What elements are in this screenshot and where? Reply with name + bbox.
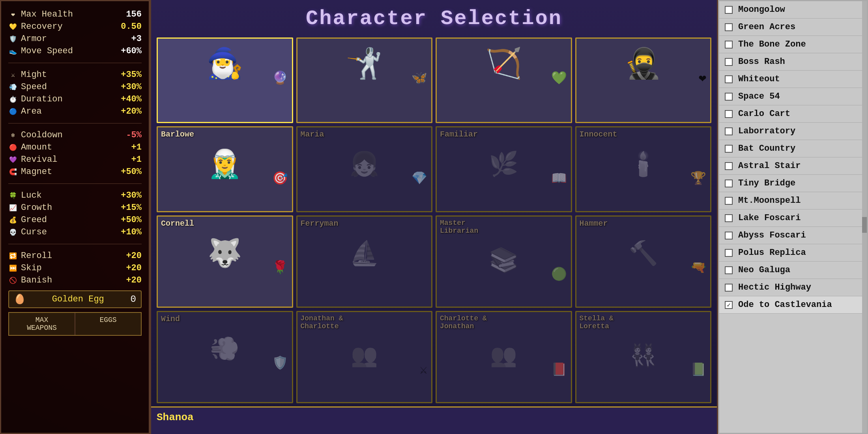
- stat-row-speed: 💨 Speed +30%: [8, 81, 142, 93]
- char-sprite-hammer: 🔨: [629, 239, 658, 268]
- stat-label-magnet: Magnet: [21, 167, 52, 177]
- char-sprite-master-librarian: 📚: [489, 246, 518, 275]
- curse-icon: 💀: [8, 228, 18, 237]
- char-name-hammer: Hammer: [576, 217, 611, 228]
- luck-icon: 🍀: [8, 191, 18, 200]
- stage-item-whiteout[interactable]: Whiteout: [719, 71, 862, 88]
- stage-checkbox-green-acres: [725, 23, 733, 31]
- char-sprite-innocent: 🕯️: [629, 150, 658, 179]
- stage-item-lake-foscari[interactable]: Lake Foscari: [719, 210, 862, 227]
- char-sprite-wind: 💨: [210, 335, 239, 364]
- stage-checkbox-bat-country: [725, 145, 733, 153]
- magnet-icon: 🧲: [8, 167, 18, 177]
- might-icon: ⚔️: [8, 70, 18, 80]
- stage-label-space-54: Space 54: [738, 92, 780, 101]
- stat-value-speed: +30%: [121, 82, 142, 92]
- stage-checkbox-polus-replica: [725, 249, 733, 257]
- eggs-button[interactable]: EGGS: [75, 313, 141, 335]
- char-card-master-librarian[interactable]: MasterLibrarian 📚 🟢: [436, 215, 572, 308]
- move-speed-icon: 👟: [8, 47, 18, 56]
- char-card-barlowe[interactable]: Barlowe 🧝‍♂️ 🎯: [157, 126, 293, 212]
- char-card-innocent[interactable]: Innocent 🕯️ 🏆: [575, 126, 712, 212]
- stage-checkbox-mt-moonspell: [725, 197, 733, 205]
- stage-item-boss-rash[interactable]: Boss Rash: [719, 53, 862, 71]
- stage-checkbox-tiny-bridge: [725, 180, 733, 187]
- char-card-2[interactable]: 🤺 🦋: [296, 37, 433, 123]
- char-card-1[interactable]: 🧙‍♂️ 🔮: [157, 37, 293, 123]
- stage-item-polus-replica[interactable]: Polus Replica: [719, 244, 862, 262]
- char-card-hammer[interactable]: Hammer 🔨 🔫: [575, 215, 712, 308]
- char-card-familiar[interactable]: Familiar 🌿 📖: [436, 126, 572, 212]
- greed-icon: 💰: [8, 215, 18, 225]
- char-card-3[interactable]: 🏹 💚: [436, 37, 572, 123]
- stage-checkbox-neo-galuga: [725, 266, 733, 274]
- stage-scrollbar-thumb[interactable]: [862, 217, 867, 233]
- char-card-maria[interactable]: Maria 👧 💎: [296, 126, 433, 212]
- stage-item-mt-moonspell[interactable]: Mt.Moonspell: [719, 192, 862, 210]
- stage-item-space-54[interactable]: Space 54: [719, 88, 862, 105]
- char-card-jonathan-charlotte[interactable]: Jonathan &Charlotte 👥 ⚔️: [296, 311, 433, 403]
- stat-label-luck: Luck: [21, 191, 42, 200]
- stage-item-hectic-highway[interactable]: Hectic Highway: [719, 279, 862, 296]
- char-name-ferryman: Ferryman: [297, 217, 342, 228]
- stat-row-armor: 🛡️ Armor +3: [8, 33, 142, 45]
- stage-checkbox-ode-to-castlevania: ✓: [725, 301, 733, 309]
- stage-checkbox-carlo-cart: [725, 110, 733, 118]
- stat-label-speed: Speed: [21, 82, 47, 92]
- stage-label-boss-rash: Boss Rash: [738, 57, 785, 67]
- char-card-stella-loretta[interactable]: Stella &Loretta 👯 📗: [575, 311, 712, 403]
- stage-checkbox-moongolow: [725, 6, 733, 14]
- stage-item-bat-country[interactable]: Bat Country: [719, 140, 862, 157]
- stage-item-green-acres[interactable]: Green Acres: [719, 19, 862, 36]
- char-sprite-1: 🧙‍♂️: [206, 46, 243, 82]
- stage-item-ode-to-castlevania[interactable]: ✓Ode to Castlevania: [719, 296, 862, 314]
- stat-value-growth: +15%: [121, 203, 142, 213]
- stage-label-laborratory: Laborratory: [738, 126, 795, 136]
- stage-checkbox-whiteout: [725, 75, 733, 83]
- char-sprite-4: 🥷: [625, 46, 662, 82]
- bottom-bar: Shanoa: [151, 406, 717, 434]
- stat-label-greed: Greed: [21, 215, 47, 225]
- stage-item-the-bone-zone[interactable]: The Bone Zone: [719, 36, 862, 53]
- stat-value-max-health: 156: [126, 9, 142, 19]
- stage-item-astral-stair[interactable]: Astral Stair: [719, 157, 862, 175]
- stat-row-banish: 🚫 Banish +20: [8, 274, 142, 286]
- char-icon-innocent: 🏆: [690, 170, 706, 186]
- stat-row-growth: 📈 Growth +15%: [8, 202, 142, 214]
- stat-row-amount: 🔴 Amount +1: [8, 141, 142, 153]
- stat-value-might: +35%: [121, 70, 142, 80]
- stat-row-magnet: 🧲 Magnet +50%: [8, 166, 142, 178]
- stat-value-curse: +10%: [121, 227, 142, 237]
- stage-checkbox-laborratory: [725, 127, 733, 135]
- char-sprite-2: 🤺: [346, 46, 383, 82]
- stat-row-might: ⚔️ Might +35%: [8, 69, 142, 81]
- char-icon-jonathan-charlotte: ⚔️: [420, 362, 427, 378]
- char-icon-maria: 💎: [412, 170, 427, 186]
- max-weapons-button[interactable]: MAXWEAPONS: [9, 313, 75, 335]
- stage-item-carlo-cart[interactable]: Carlo Cart: [719, 105, 862, 123]
- char-card-ferryman[interactable]: Ferryman ⛵: [296, 215, 433, 308]
- char-icon-cornell: 🌹: [272, 260, 288, 275]
- heart-icon: ❤️: [8, 10, 18, 19]
- stat-row-revival: 💜 Revival +1: [8, 153, 142, 166]
- char-card-cornell[interactable]: Cornell 🐺 🌹: [157, 215, 293, 308]
- stage-item-abyss-foscari[interactable]: Abyss Foscari: [719, 227, 862, 244]
- stat-value-area: +20%: [121, 107, 142, 116]
- stage-label-astral-stair: Astral Stair: [738, 161, 801, 171]
- stat-label-curse: Curse: [21, 227, 47, 237]
- stage-item-tiny-bridge[interactable]: Tiny Bridge: [719, 175, 862, 192]
- stage-list[interactable]: MoongolowGreen AcresThe Bone ZoneBoss Ra…: [719, 1, 862, 433]
- stage-scrollbar[interactable]: [862, 1, 867, 433]
- char-name-wind: Wind: [158, 312, 183, 324]
- char-card-charlotte-jonathan[interactable]: Charlotte &Jonathan 👥 📕: [436, 311, 572, 403]
- amount-icon: 🔴: [8, 143, 18, 152]
- stage-checkbox-space-54: [725, 93, 733, 101]
- char-icon-2: 🦋: [412, 70, 427, 86]
- stat-label-duration: Duration: [21, 94, 63, 104]
- stat-value-luck: +30%: [121, 191, 142, 200]
- stage-item-neo-galuga[interactable]: Neo Galuga: [719, 262, 862, 279]
- stage-item-moongolow[interactable]: Moongolow: [719, 1, 862, 19]
- char-card-wind[interactable]: Wind 💨 🛡️: [157, 311, 293, 403]
- stage-item-laborratory[interactable]: Laborratory: [719, 123, 862, 140]
- char-card-4[interactable]: 🥷 ❤️: [575, 37, 712, 123]
